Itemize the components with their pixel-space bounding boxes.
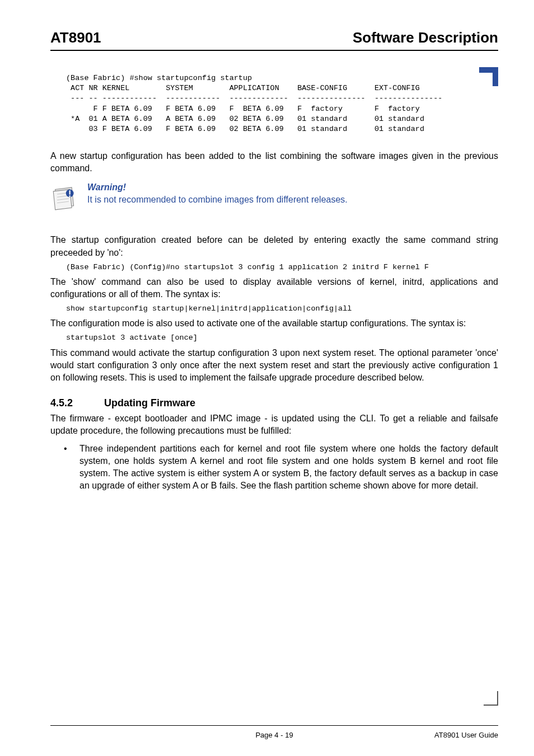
page-footer: Page 4 - 19 AT8901 User Guide [50, 731, 498, 739]
section-heading: 4.5.2 Updating Firmware [50, 397, 498, 409]
bullet-item: • Three independent partitions each for … [50, 443, 498, 492]
corner-mark-bottom-right [484, 691, 498, 706]
paragraph: The 'show' command can also be used to d… [50, 276, 498, 300]
warning-text: It is not recommended to combine images … [87, 195, 348, 205]
paragraph: The configuration mode is also used to a… [50, 317, 498, 330]
footer-page-number: Page 4 - 19 [50, 731, 498, 739]
header-product: AT8901 [50, 29, 101, 46]
page: AT8901 Software Description (Base Fabric… [0, 0, 534, 756]
section-number: 4.5.2 [50, 397, 104, 409]
cli-command-line: startupslot 3 activate [once] [66, 333, 498, 343]
warning-title: Warning! [87, 182, 348, 192]
section-title: Updating Firmware [104, 397, 195, 409]
footer-rule [50, 725, 498, 726]
warning-icon [50, 184, 79, 215]
corner-mark-top-right [479, 67, 498, 86]
paragraph: The firmware - except bootloader and IPM… [50, 412, 498, 437]
header-chapter: Software Description [353, 29, 498, 46]
svg-point-1 [69, 196, 71, 198]
paragraph: This command would activate the startup … [50, 347, 498, 384]
bullet-text: Three independent partitions each for ke… [79, 443, 498, 492]
cli-command-line: show startupconfig startup|kernel|initrd… [66, 304, 498, 314]
warning-callout: Warning! It is not recommended to combin… [50, 182, 498, 215]
cli-output-block: (Base Fabric) #show startupconfig startu… [66, 73, 498, 134]
warning-body: Warning! It is not recommended to combin… [87, 182, 348, 205]
page-header: AT8901 Software Description [50, 29, 498, 51]
paragraph: A new startup configuration has been add… [50, 150, 498, 175]
cli-command-line: (Base Fabric) (Config)#no startupslot 3 … [66, 262, 498, 273]
bullet-marker: • [50, 443, 79, 492]
paragraph: The startup configuration created before… [50, 234, 498, 259]
